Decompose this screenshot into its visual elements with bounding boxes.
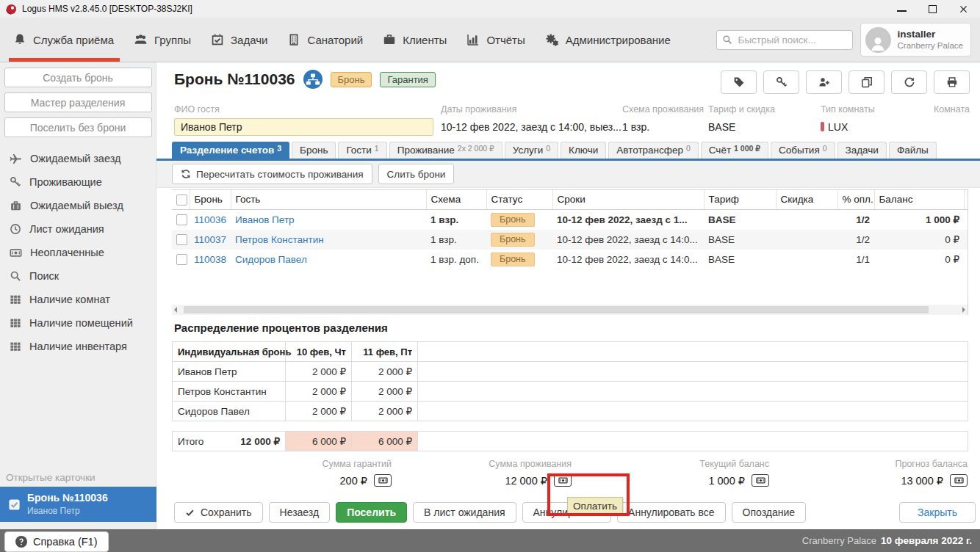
window-controls [897,4,974,14]
clock-icon [10,223,21,235]
sidebar-item-search[interactable]: Поиск [0,264,156,288]
pay-forecast-button[interactable] [950,474,968,487]
sidebar-item-in-house[interactable]: Проживающие [0,170,156,194]
help-button[interactable]: Справка (F1) [4,531,109,552]
tab-events[interactable]: События0 [771,142,835,159]
select-all-checkbox[interactable] [176,195,187,206]
booking-id-link[interactable]: 110037 [194,234,226,245]
late-arrival-button[interactable]: Опоздание [732,502,807,523]
sidebar-item-space-availability[interactable]: Наличие помещений [0,311,156,335]
tab-tasks[interactable]: Задачи [837,142,887,159]
scroll-left-arrow[interactable] [174,307,177,313]
split-amount-cell[interactable]: 2 000 ₽ [352,402,418,421]
guest-link[interactable]: Петров Константин [235,234,324,245]
quick-search-box[interactable] [716,30,853,50]
tab-files[interactable]: Файлы [889,142,937,159]
scroll-right-arrow[interactable] [962,307,965,313]
close-card-button[interactable]: Закрыть [899,502,976,523]
app-logo-icon [6,4,17,15]
tab-autotransfer[interactable]: Автотрансфер0 [608,142,699,159]
col-tariff[interactable]: Тариф [704,190,776,209]
tab-booking[interactable]: Бронь [292,142,336,159]
add-guest-button[interactable] [806,70,842,94]
org-structure-icon[interactable] [303,70,323,89]
merge-bookings-button[interactable]: Слить брони [378,164,455,184]
col-booking[interactable]: Бронь [190,190,231,209]
booking-id-link[interactable]: 110036 [194,214,226,225]
nav-item-reception[interactable]: Служба приёма [13,18,114,62]
guest-field-label: ФИО гостя [174,104,433,115]
history-button[interactable] [891,70,927,94]
horizontal-scrollbar[interactable] [172,305,968,315]
table-row[interactable]: 110037 Петров Константин 1 взр. Бронь 10… [172,230,968,250]
recalculate-cost-button[interactable]: Пересчитать стоимость проживания [172,164,372,184]
no-show-button[interactable]: Незаезд [269,502,331,523]
split-amount-cell[interactable]: 2 000 ₽ [352,362,418,382]
col-cut[interactable]: Г [964,190,968,209]
scrollbar-thumb[interactable] [184,306,929,313]
split-master-button[interactable]: Мастер разделения [4,92,152,112]
booking-id-link[interactable]: 110038 [194,254,226,265]
split-amount-cell[interactable]: 2 000 ₽ [352,382,418,402]
guest-link[interactable]: Сидоров Павел [235,254,307,265]
check-in-button[interactable]: Поселить [336,502,407,523]
nav-item-groups[interactable]: Группы [134,18,191,62]
table-row[interactable]: 110038 Сидоров Павел 1 взр. доп. Бронь 1… [172,250,968,269]
col-status[interactable]: Статус [486,190,552,209]
open-card-booking[interactable]: Бронь №110036 Иванов Петр [0,487,156,522]
pay-balance-button[interactable] [752,474,769,487]
table-row[interactable]: 110036 Иванов Петр 1 взр. Бронь 10-12 фе… [172,209,968,230]
nav-item-administration[interactable]: Администрирование [545,18,671,62]
split-row[interactable]: Петров Константин 2 000 ₽ 2 000 ₽ [173,382,968,402]
split-amount-cell[interactable]: 2 000 ₽ [286,362,352,382]
pay-accommodation-button[interactable] [554,474,572,487]
tab-accommodation[interactable]: Проживание2х 2 000 ₽ [389,142,502,159]
col-discount[interactable]: Скидка [776,190,837,209]
sidebar-item-expected-arrival[interactable]: Ожидаемый заезд [0,147,156,170]
split-amount-cell[interactable]: 2 000 ₽ [286,402,352,421]
row-checkbox[interactable] [176,214,187,225]
pay-guarantee-button[interactable] [374,474,392,487]
nav-item-reports[interactable]: Отчёты [466,18,525,62]
split-amount-cell[interactable]: 2 000 ₽ [286,382,352,402]
minimize-button[interactable] [897,10,907,12]
sidebar-item-room-availability[interactable]: Наличие комнат [0,288,156,311]
page-header: Бронь №110036 Бронь Гарантия [174,70,436,89]
copy-button[interactable] [849,70,884,94]
tab-invoice[interactable]: Счёт1 000 ₽ [701,142,768,159]
tab-keys[interactable]: Ключи [561,142,606,159]
col-scheme[interactable]: Схема [426,190,486,209]
to-waitlist-button[interactable]: В лист ожидания [413,502,516,523]
split-row[interactable]: Сидоров Павел 2 000 ₽ 2 000 ₽ [173,402,968,421]
nav-item-tasks[interactable]: Задачи [211,18,267,62]
guest-link[interactable]: Иванов Петр [235,214,295,225]
checkin-without-booking-button[interactable]: Поселить без брони [4,117,152,137]
col-guest[interactable]: Гость [231,190,426,209]
col-paid-pct[interactable]: % опл... [837,190,874,209]
keys-button[interactable] [763,70,799,94]
create-booking-button[interactable]: Создать бронь [4,68,152,87]
nav-item-clients[interactable]: Клиенты [383,18,447,62]
guest-name-input[interactable] [174,118,433,136]
sidebar-item-inventory-availability[interactable]: Наличие инвентаря [0,335,156,358]
sidebar-item-unpaid[interactable]: Неоплаченные [0,241,156,264]
close-button[interactable] [959,4,968,14]
maximize-button[interactable] [929,5,937,13]
cancel-all-button[interactable]: Аннулировать все [617,502,725,523]
row-checkbox[interactable] [176,254,187,265]
col-balance[interactable]: Баланс [874,190,964,209]
tab-guests[interactable]: Гости1 [338,142,386,159]
tab-services[interactable]: Услуги0 [505,142,558,159]
nav-item-sanatorium[interactable]: Санаторий [287,18,363,62]
tag-button[interactable] [721,70,757,94]
sidebar-item-waitlist[interactable]: Лист ожидания [0,217,156,241]
user-chip[interactable]: installer Cranberry Palace [860,23,971,57]
tab-split-invoices[interactable]: Разделение счетов3 [172,142,289,159]
split-row[interactable]: Иванов Петр 2 000 ₽ 2 000 ₽ [173,362,968,382]
save-button[interactable]: Сохранить [174,502,263,523]
print-button[interactable] [934,70,970,94]
row-checkbox[interactable] [176,234,187,245]
quick-search-input[interactable] [737,34,847,46]
sidebar-item-expected-departure[interactable]: Ожидаемый выезд [0,194,156,217]
col-dates[interactable]: Сроки [552,190,704,209]
